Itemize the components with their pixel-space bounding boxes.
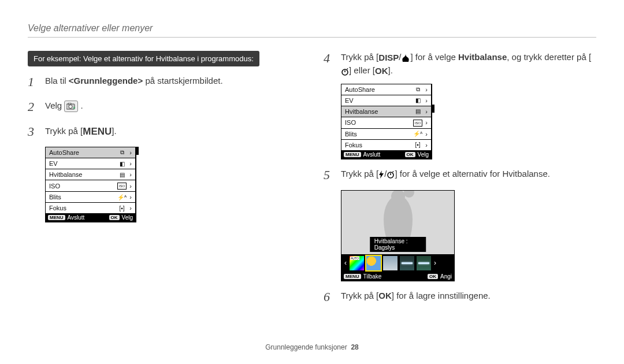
program-mode-icon: P — [64, 101, 78, 112]
step-number: 3 — [28, 122, 42, 141]
chevron-right-icon: › — [432, 259, 438, 267]
wb-swatch-cloudy — [382, 255, 398, 271]
focus-icon: [▪] — [117, 205, 127, 211]
svg-rect-1 — [68, 103, 71, 105]
menu-row-iso: ISOISO› — [46, 180, 135, 191]
svg-point-2 — [69, 105, 72, 109]
chevron-right-icon: › — [423, 97, 428, 104]
chevron-right-icon: › — [127, 183, 132, 190]
ev-icon: ◧ — [413, 97, 423, 103]
step-text: ] for å lagre innstillingene. — [392, 291, 491, 300]
chevron-left-icon: ‹ — [343, 259, 348, 267]
step-2: 2 Velg P . — [28, 99, 305, 116]
wb-swatch-strip: ‹ › — [341, 254, 454, 272]
menu-panel-left: AutoShare⧉› EV◧› Hvitbalanse▤› ISOISO› B… — [45, 147, 305, 222]
step-text: ] eller [ — [349, 65, 375, 75]
menu-row-ev: EV◧› — [341, 95, 431, 106]
page-footer: Grunnleggende funksjoner 28 — [0, 343, 624, 351]
wb-option-label: Hvitbalanse : Dagslys — [370, 237, 426, 252]
menu-scrollbar — [136, 147, 139, 222]
ev-icon: ◧ — [117, 161, 127, 167]
step-number: 1 — [28, 72, 42, 91]
chevron-right-icon: › — [127, 160, 132, 167]
menu-row-autoshare: AutoShare⧉› — [341, 84, 431, 95]
disp-button-icon: DISP — [378, 51, 399, 65]
menu-footer: MENUAvslutt OKVelg — [341, 150, 431, 159]
focus-icon: [▪] — [413, 142, 423, 148]
macro-icon — [401, 51, 410, 65]
wb-option-panel: Hvitbalanse : Dagslys ‹ › MENUTilbake OK… — [341, 190, 455, 281]
wb-swatch-daylight — [366, 255, 381, 271]
wb-footer-menu-btn: MENU — [344, 274, 361, 279]
wb-footer: MENUTilbake OKAngi — [341, 272, 454, 281]
menu-row-wb: Hvitbalanse▤› — [341, 106, 431, 117]
autoshare-icon: ⧉ — [413, 86, 423, 93]
wb-icon: ▤ — [413, 108, 423, 114]
timer-icon — [341, 65, 349, 78]
chevron-right-icon: › — [423, 108, 428, 115]
chevron-right-icon: › — [127, 149, 132, 156]
chevron-right-icon: › — [423, 86, 428, 93]
wb-swatch-fluor-l — [416, 255, 432, 271]
menu-footer-ok-btn: OK — [109, 215, 120, 220]
menu-footer-right: Velg — [122, 214, 133, 221]
timer-icon — [387, 168, 395, 181]
step-text: ] for å velge et alternativ for Hvitbala… — [395, 169, 549, 179]
step-bold: <Grunnleggende> — [69, 76, 143, 86]
step-text: ] for å velge — [410, 52, 458, 62]
step-text: Trykk på [ — [341, 169, 378, 179]
step-text: ]. — [388, 65, 393, 75]
chevron-right-icon: › — [127, 171, 132, 178]
chevron-right-icon: › — [423, 119, 428, 126]
chevron-right-icon: › — [423, 131, 428, 138]
menu-row-autoshare: AutoShare⧉› — [46, 147, 135, 158]
flash-icon: ⚡ᴬ — [117, 194, 127, 200]
menu-row-ev: EV◧› — [46, 158, 135, 169]
wb-footer-ok-btn: OK — [428, 274, 438, 279]
wb-icon: ▤ — [117, 172, 127, 178]
menu-panel-right: AutoShare⧉› EV◧› Hvitbalanse▤› ISOISO› B… — [341, 84, 595, 159]
step-text: Trykk på [ — [341, 52, 378, 62]
ok-button-icon: OK — [375, 65, 388, 78]
menu-footer-ok-btn: OK — [405, 152, 415, 157]
step-number: 4 — [324, 49, 337, 68]
chevron-right-icon: › — [423, 142, 428, 148]
ok-button-icon: OK — [378, 289, 392, 303]
step-4: 4 Trykk på [DISP/ ] for å velge Hvitbala… — [324, 51, 595, 78]
step-text: , og trykk deretter på [ — [507, 52, 591, 62]
menu-footer-menu-btn: MENU — [48, 215, 65, 220]
footer-page: 28 — [351, 343, 358, 351]
step-6: 6 Trykk på [OK] for å lagre innstillinge… — [324, 289, 595, 306]
wb-footer-right: Angi — [440, 273, 452, 280]
wb-preview: Hvitbalanse : Dagslys — [341, 191, 454, 254]
menu-row-focus: Fokus[▪]› — [46, 202, 135, 213]
page-header: Velge alternativer eller menyer — [28, 23, 153, 34]
menu-row-wb: Hvitbalanse▤› — [46, 169, 135, 180]
wb-swatch-auto — [349, 255, 365, 271]
menu-row-iso: ISOISO› — [341, 117, 431, 128]
autoshare-icon: ⧉ — [117, 149, 127, 156]
menu-row-focus: Fokus[▪]› — [341, 139, 431, 150]
menu-button-icon: MENU — [83, 124, 112, 139]
example-callout: For eksempel: Velge et alternativ for Hv… — [28, 51, 259, 66]
step-text: på startskjermbildet. — [143, 76, 222, 86]
flash-icon — [378, 168, 384, 181]
menu-footer: MENUAvslutt OKVelg — [46, 213, 135, 222]
chevron-right-icon: › — [127, 194, 132, 200]
svg-text:P: P — [73, 106, 76, 110]
menu-footer-left: Avslutt — [68, 214, 85, 221]
step-text: Trykk på [ — [45, 126, 83, 136]
step-text: ]. — [112, 126, 116, 136]
step-number: 6 — [324, 287, 337, 306]
menu-footer-menu-btn: MENU — [344, 152, 361, 157]
step-text: Bla til — [45, 76, 69, 86]
step-number: 2 — [28, 97, 42, 116]
flash-icon: ⚡ᴬ — [413, 131, 423, 137]
menu-footer-right: Velg — [418, 151, 429, 158]
step-bold: Hvitbalanse — [458, 52, 507, 62]
wb-swatch-fluor-h — [399, 255, 415, 271]
footer-text: Grunnleggende funksjoner — [265, 343, 347, 351]
wb-footer-left: Tilbake — [363, 273, 382, 280]
iso-icon: ISO — [117, 182, 127, 190]
menu-footer-left: Avslutt — [363, 151, 381, 158]
